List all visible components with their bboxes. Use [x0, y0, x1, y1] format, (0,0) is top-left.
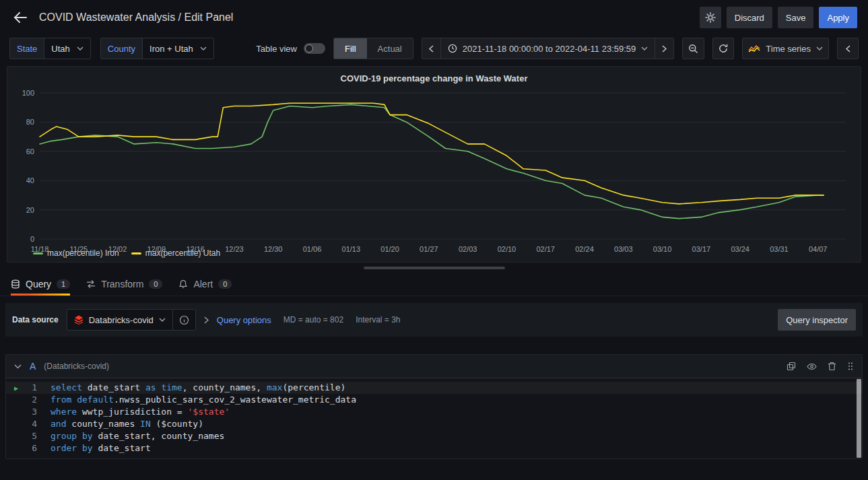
info-circle-icon	[179, 315, 189, 325]
interval-text: Interval = 3h	[356, 315, 400, 324]
collapse-options-pane-button[interactable]	[837, 38, 859, 59]
page-title: COVID Wastewater Analysis / Edit Panel	[39, 11, 233, 24]
query-toolbar: Data source Databricks-covid Query optio…	[5, 303, 863, 337]
tab-query[interactable]: Query 1	[11, 272, 70, 296]
variable-county: County Iron + Utah	[100, 38, 214, 59]
arrow-left-icon	[13, 11, 27, 24]
table-view-toggle[interactable]	[304, 43, 325, 54]
clock-icon	[448, 44, 457, 53]
save-button[interactable]: Save	[778, 7, 814, 28]
actual-option[interactable]: Actual	[367, 38, 413, 59]
visualization-picker[interactable]: Time series	[742, 38, 829, 59]
chevron-down-icon	[77, 46, 84, 50]
collapse-query-chevron-icon[interactable]	[14, 364, 22, 369]
timeseries-chart[interactable]: 02040608010011/1811/2512/0212/0912/1612/…	[13, 88, 855, 247]
datasource-label: Data source	[12, 315, 60, 324]
svg-text:20: 20	[26, 206, 34, 214]
query-row-header[interactable]: A (Databricks-covid)	[6, 355, 862, 378]
svg-text:40: 40	[26, 176, 34, 184]
toggle-knob	[305, 44, 313, 53]
tab-transform[interactable]: Transform 0	[86, 272, 162, 296]
delete-query-button[interactable]	[828, 362, 836, 371]
query-options-expand-button[interactable]	[203, 315, 210, 325]
code-lines: ▶1select date_start as time, county_name…	[6, 382, 862, 454]
chart-legend: max(percentile) Ironmax(percentile) Utah	[13, 247, 855, 261]
variable-state: State Utah	[9, 38, 91, 59]
chevron-down-icon	[200, 46, 207, 50]
datasource-help-button[interactable]	[173, 309, 196, 331]
legend-item[interactable]: max(percentile) Iron	[33, 248, 119, 258]
run-query-play-icon[interactable]: ▶	[14, 382, 18, 395]
panel-resize-row	[0, 263, 868, 272]
county-variable-dropdown[interactable]: Iron + Utah	[142, 38, 213, 59]
chart-panel: COVID-19 percentage change in Waste Wate…	[7, 66, 861, 263]
database-icon	[11, 279, 20, 289]
state-variable-value: Utah	[51, 44, 69, 54]
chevron-right-icon	[662, 45, 667, 53]
query-ref-id: A	[30, 361, 36, 372]
zoom-out-button[interactable]	[682, 38, 704, 59]
bell-icon	[178, 279, 188, 289]
query-inspector-button[interactable]: Query inspector	[778, 309, 856, 331]
drag-query-handle[interactable]	[847, 362, 854, 371]
code-line[interactable]: 6order by date_start	[6, 442, 862, 454]
code-line[interactable]: ▶1select date_start as time, county_name…	[6, 382, 862, 394]
table-view-control: Table view	[256, 43, 325, 54]
legend-label: max(percentile) Utah	[145, 248, 220, 258]
legend-item[interactable]: max(percentile) Utah	[131, 248, 220, 258]
county-variable-label: County	[101, 38, 142, 59]
datasource-picker[interactable]: Databricks-covid	[67, 309, 173, 331]
line-number: ▶1	[6, 382, 51, 394]
legend-swatch	[131, 252, 141, 254]
line-number: 4	[6, 418, 51, 430]
code-line[interactable]: 2from default.nwss_public_sars_cov_2_was…	[6, 394, 862, 406]
chevron-right-icon	[204, 316, 209, 324]
time-shift-back-button[interactable]	[422, 38, 441, 59]
legend-label: max(percentile) Iron	[47, 248, 119, 258]
databricks-icon	[74, 315, 84, 324]
back-button[interactable]	[11, 9, 30, 26]
header-actions: Discard Save Apply	[700, 7, 857, 28]
toolbar-right: Table view Fill Actual 2021-11-18 00:00:…	[256, 38, 859, 59]
line-number: 2	[6, 394, 51, 406]
sql-code-editor[interactable]: ▶1select date_start as time, county_name…	[6, 378, 862, 458]
tab-transform-label: Transform	[101, 279, 143, 289]
chart-title: COVID-19 percentage change in Waste Wate…	[13, 71, 855, 88]
line-number: 6	[6, 442, 51, 454]
fill-option[interactable]: Fill	[334, 38, 367, 59]
hide-query-button[interactable]	[807, 362, 817, 372]
chevron-down-icon	[159, 318, 166, 322]
apply-button[interactable]: Apply	[819, 7, 857, 28]
state-variable-dropdown[interactable]: Utah	[44, 38, 90, 59]
line-number: 3	[6, 406, 51, 418]
max-data-points-text: MD = auto = 802	[283, 315, 343, 324]
legend-swatch	[33, 252, 43, 254]
datasource-group: Databricks-covid	[67, 309, 196, 331]
refresh-icon	[719, 44, 728, 53]
code-line[interactable]: 4and county_names IN ($county)	[6, 418, 862, 430]
county-variable-value: Iron + Utah	[149, 44, 193, 54]
code-text: where wwtp_jurisdiction = '$state'	[51, 406, 230, 418]
svg-text:80: 80	[26, 118, 34, 126]
duplicate-query-button[interactable]	[787, 362, 796, 371]
svg-text:60: 60	[26, 147, 34, 156]
transform-icon	[86, 279, 96, 289]
time-range-controls: 2021-11-18 00:00:00 to 2022-04-11 23:59:…	[422, 38, 675, 59]
code-line[interactable]: 3where wwtp_jurisdiction = '$state'	[6, 406, 862, 418]
tab-query-label: Query	[26, 279, 51, 289]
grafana-edit-panel: COVID Wastewater Analysis / Edit Panel D…	[0, 0, 868, 480]
time-range-picker[interactable]: 2021-11-18 00:00:00 to 2022-04-11 23:59:…	[440, 38, 656, 59]
discard-button[interactable]: Discard	[727, 7, 772, 28]
visualization-type-label: Time series	[766, 44, 811, 54]
editor-scrollbar[interactable]	[857, 379, 861, 458]
panel-settings-button[interactable]	[700, 7, 721, 28]
edit-panel-header: COVID Wastewater Analysis / Edit Panel D…	[0, 0, 868, 35]
tab-alert[interactable]: Alert 0	[178, 272, 232, 296]
chart-svg: 02040608010011/1811/2512/0212/0912/1612/…	[13, 88, 855, 256]
time-shift-forward-button[interactable]	[655, 38, 674, 59]
chevron-down-icon	[816, 46, 823, 50]
panel-resize-handle[interactable]	[364, 267, 505, 269]
refresh-button[interactable]	[712, 38, 734, 59]
code-line[interactable]: 5group by date_start, county_names	[6, 430, 862, 442]
query-options-link[interactable]: Query options	[217, 315, 271, 325]
